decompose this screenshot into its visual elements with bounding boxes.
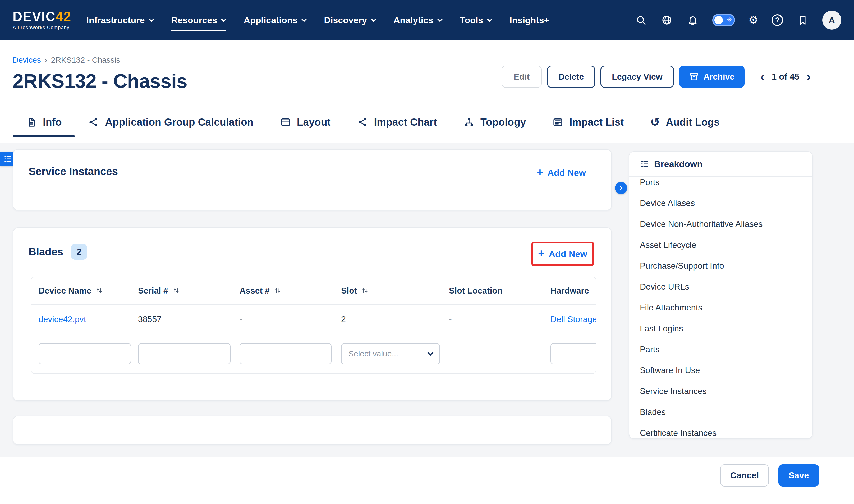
- pager-prev-icon[interactable]: ‹: [759, 71, 765, 83]
- cell-device-name: device42.pvt: [31, 314, 132, 324]
- breakdown-item-file-attachments[interactable]: File Attachments: [629, 297, 812, 318]
- annotation-highlight-box: + Add New: [531, 242, 594, 266]
- column-header-device-name[interactable]: Device Name: [31, 286, 132, 295]
- sun-icon: ☀: [727, 16, 732, 23]
- nav-item-applications[interactable]: Applications: [243, 0, 306, 40]
- breakdown-list-icon: [640, 159, 649, 169]
- tab-topology[interactable]: Topology: [450, 107, 539, 137]
- edit-button[interactable]: Edit: [502, 66, 542, 88]
- nav-item-resources[interactable]: Resources: [171, 0, 226, 40]
- breakdown-collapse-button[interactable]: [615, 182, 627, 194]
- cell-slot: 2: [335, 314, 442, 324]
- blades-count-badge: 2: [71, 244, 87, 260]
- sort-icon[interactable]: [95, 287, 103, 294]
- blades-add-new-button[interactable]: + Add New: [538, 249, 587, 259]
- slot-filter-select[interactable]: Select value...: [341, 343, 440, 364]
- document-icon: [26, 116, 37, 128]
- sort-icon[interactable]: [274, 287, 281, 294]
- breakdown-item-last-logins[interactable]: Last Logins: [629, 318, 812, 339]
- breakdown-item-parts[interactable]: Parts: [629, 339, 812, 360]
- tab-info[interactable]: Info: [13, 107, 75, 137]
- nav-label: Discovery: [324, 15, 367, 25]
- tab-audit-logs[interactable]: ↺ Audit Logs: [637, 107, 733, 137]
- blades-title: Blades 2: [29, 244, 87, 260]
- cell-value: -: [449, 314, 452, 324]
- archive-icon: [689, 72, 699, 82]
- tab-label: Layout: [297, 116, 331, 128]
- nav-item-insights[interactable]: Insights+: [509, 0, 549, 40]
- pager-next-icon[interactable]: ›: [806, 71, 812, 83]
- service-instances-title: Service Instances: [29, 165, 118, 177]
- breakdown-header: Breakdown: [629, 152, 812, 177]
- tab-impact-list[interactable]: Impact List: [539, 107, 637, 137]
- bookmark-icon[interactable]: [796, 14, 809, 26]
- header-actions: Edit Delete Legacy View Archive ‹ 1 of 4…: [502, 66, 812, 88]
- archive-button[interactable]: Archive: [679, 66, 745, 88]
- hardware-link[interactable]: Dell Storage: [550, 314, 597, 324]
- nav-label: Resources: [171, 15, 217, 25]
- column-label: Hardware: [550, 286, 589, 295]
- tab-label: Application Group Calculation: [105, 116, 253, 128]
- tab-impact-chart[interactable]: Impact Chart: [344, 107, 450, 137]
- nav-label: Applications: [243, 15, 297, 25]
- breakdown-item-ports[interactable]: Ports: [629, 177, 812, 193]
- notifications-bell-icon[interactable]: [686, 14, 699, 26]
- breadcrumb: Devices › 2RKS132 - Chassis: [13, 56, 120, 65]
- breakdown-item-device-non-authoritative-aliases[interactable]: Device Non-Authoritative Aliases: [629, 214, 812, 235]
- serial-filter-input[interactable]: [138, 343, 231, 364]
- nav-item-tools[interactable]: Tools: [460, 0, 491, 40]
- nav-item-infrastructure[interactable]: Infrastructure: [86, 0, 153, 40]
- breakdown-item-certificate-instances[interactable]: Certificate Instances: [629, 422, 812, 439]
- breakdown-item-software-in-use[interactable]: Software In Use: [629, 360, 812, 381]
- logo-accent: 42: [56, 9, 72, 24]
- device-link[interactable]: device42.pvt: [39, 314, 86, 324]
- search-icon[interactable]: [635, 14, 647, 26]
- help-icon[interactable]: ?: [771, 14, 783, 26]
- footer-buttons: Cancel Save: [720, 464, 819, 487]
- breakdown-list: Ports Device Aliases Device Non-Authorit…: [629, 177, 812, 439]
- nav-item-discovery[interactable]: Discovery: [324, 0, 376, 40]
- legacy-view-button[interactable]: Legacy View: [600, 66, 674, 88]
- settings-gear-icon[interactable]: ⚙: [748, 15, 758, 26]
- breakdown-item-purchase-support-info[interactable]: Purchase/Support Info: [629, 255, 812, 276]
- main-menu: Infrastructure Resources Applications Di…: [86, 0, 549, 40]
- column-header-serial[interactable]: Serial #: [132, 286, 233, 295]
- breakdown-item-device-aliases[interactable]: Device Aliases: [629, 193, 812, 214]
- cancel-button[interactable]: Cancel: [720, 464, 769, 487]
- hardware-filter-input[interactable]: [550, 343, 597, 364]
- page: DEVIC42 A Freshworks Company Infrastruct…: [0, 0, 854, 504]
- theme-toggle[interactable]: ☀: [712, 14, 735, 26]
- filter-cell-serial: [132, 343, 233, 364]
- chevron-down-icon: [149, 17, 154, 22]
- tab-application-group-calculation[interactable]: Application Group Calculation: [75, 107, 267, 137]
- save-button[interactable]: Save: [778, 464, 819, 487]
- device-name-filter-input[interactable]: [39, 343, 131, 364]
- column-header-hardware: Hardware: [544, 286, 597, 295]
- column-header-slot[interactable]: Slot: [335, 286, 442, 295]
- user-avatar[interactable]: A: [822, 11, 841, 30]
- breakdown-item-blades[interactable]: Blades: [629, 402, 812, 422]
- breakdown-item-device-urls[interactable]: Device URLs: [629, 276, 812, 297]
- delete-button[interactable]: Delete: [547, 66, 595, 88]
- service-instances-add-new-button[interactable]: + Add New: [537, 168, 586, 178]
- logo-tagline: A Freshworks Company: [13, 25, 71, 31]
- impact-chart-icon: [357, 116, 368, 128]
- column-header-asset[interactable]: Asset #: [233, 286, 335, 295]
- share-nodes-icon: [88, 116, 99, 128]
- globe-icon[interactable]: [660, 14, 673, 26]
- top-nav: DEVIC42 A Freshworks Company Infrastruct…: [0, 0, 854, 40]
- filter-cell-slot: Select value...: [335, 343, 442, 364]
- layout-window-icon: [280, 116, 291, 128]
- pager-count: 1 of 45: [772, 72, 800, 82]
- asset-filter-input[interactable]: [239, 343, 331, 364]
- tab-label: Info: [43, 116, 61, 128]
- nav-item-analytics[interactable]: Analytics: [394, 0, 442, 40]
- breadcrumb-devices-link[interactable]: Devices: [13, 56, 41, 65]
- breakdown-item-service-instances[interactable]: Service Instances: [629, 381, 812, 402]
- sort-icon[interactable]: [361, 287, 368, 294]
- tab-layout[interactable]: Layout: [267, 107, 344, 137]
- column-label: Asset #: [239, 286, 270, 295]
- breakdown-item-asset-lifecycle[interactable]: Asset Lifecycle: [629, 235, 812, 255]
- sort-icon[interactable]: [172, 287, 180, 294]
- device42-logo[interactable]: DEVIC42 A Freshworks Company: [13, 10, 71, 31]
